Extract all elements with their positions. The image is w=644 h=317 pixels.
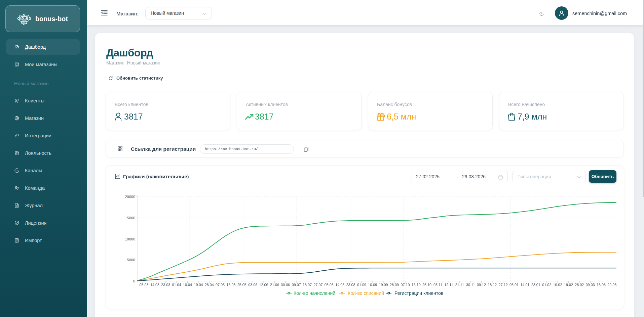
svg-text:15000: 15000	[125, 216, 135, 220]
svg-text:18.12: 18.12	[488, 283, 497, 287]
svg-text:07.05: 07.05	[216, 283, 225, 287]
svg-text:12.11: 12.11	[444, 283, 453, 287]
svg-text:Кол-во списаний: Кол-во списаний	[348, 290, 384, 296]
svg-text:21.06: 21.06	[270, 283, 279, 287]
svg-text:16.10: 16.10	[412, 283, 421, 287]
svg-text:12.06: 12.06	[259, 283, 268, 287]
svg-text:09.03: 09.03	[586, 283, 595, 287]
svg-text:03.11: 03.11	[433, 283, 442, 287]
svg-text:01.09: 01.09	[357, 283, 366, 287]
svg-text:28.04: 28.04	[205, 283, 214, 287]
svg-text:05.03: 05.03	[139, 283, 148, 287]
svg-text:14.01: 14.01	[520, 283, 529, 287]
svg-text:0: 0	[133, 279, 135, 283]
svg-text:07.10: 07.10	[401, 283, 410, 287]
svg-text:23.08: 23.08	[346, 283, 355, 287]
svg-text:14.08: 14.08	[335, 283, 344, 287]
svg-text:09.07: 09.07	[292, 283, 301, 287]
svg-text:10.04: 10.04	[183, 283, 192, 287]
svg-text:01.04: 01.04	[172, 283, 181, 287]
svg-text:01.02: 01.02	[542, 283, 551, 287]
svg-text:25.10: 25.10	[422, 283, 431, 287]
svg-text:19.02: 19.02	[564, 283, 573, 287]
svg-text:10.09: 10.09	[368, 283, 377, 287]
svg-text:09.12: 09.12	[477, 283, 486, 287]
svg-text:18.03: 18.03	[597, 283, 606, 287]
svg-text:05.01: 05.01	[509, 283, 519, 287]
svg-text:18.07: 18.07	[303, 283, 312, 287]
svg-text:5000: 5000	[127, 258, 135, 262]
svg-text:19.09: 19.09	[379, 283, 388, 287]
svg-text:30.11: 30.11	[466, 283, 475, 287]
svg-text:29.03: 29.03	[607, 283, 616, 287]
svg-text:28.09: 28.09	[390, 283, 399, 287]
svg-text:23.01: 23.01	[531, 283, 540, 287]
svg-text:25.05: 25.05	[237, 283, 247, 287]
svg-text:10.02: 10.02	[553, 283, 562, 287]
svg-text:03.06: 03.06	[248, 283, 257, 287]
svg-text:27.12: 27.12	[499, 283, 508, 287]
svg-text:10000: 10000	[125, 237, 135, 241]
svg-text:Кол-во начислений: Кол-во начислений	[294, 290, 335, 296]
svg-text:16.05: 16.05	[226, 283, 235, 287]
svg-text:Регистрации клиентов: Регистрации клиентов	[394, 290, 443, 296]
svg-text:20000: 20000	[125, 195, 135, 199]
svg-text:28.02: 28.02	[575, 283, 584, 287]
svg-text:30.06: 30.06	[281, 283, 290, 287]
svg-text:23.03: 23.03	[161, 283, 170, 287]
svg-text:19.04: 19.04	[194, 283, 203, 287]
svg-text:21.11: 21.11	[455, 283, 464, 287]
svg-text:14.03: 14.03	[150, 283, 159, 287]
svg-text:27.07: 27.07	[313, 283, 323, 287]
svg-text:05.08: 05.08	[325, 283, 334, 287]
